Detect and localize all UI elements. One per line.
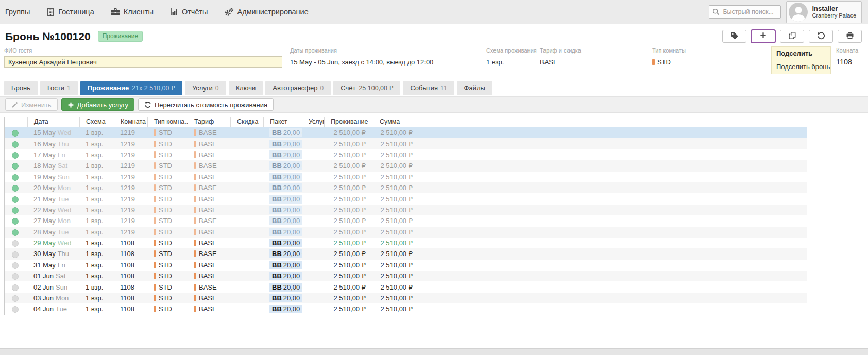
- copy-button[interactable]: [780, 30, 804, 43]
- tab-services[interactable]: Услуги0: [185, 81, 226, 95]
- package-amount: 20,00 ₽: [283, 206, 302, 214]
- table-row[interactable]: 22 MayWed1 взр.1219STDBASEBB20,00 ₽2 510…: [5, 205, 807, 215]
- package-chip: BB20,00 ₽: [269, 128, 302, 137]
- table-row[interactable]: 31 MayFri1 взр.1108STDBASEBB20,00 ₽2 510…: [5, 260, 807, 271]
- date-value: 22 May: [33, 206, 56, 214]
- date-value: 18 May: [33, 162, 56, 170]
- cell-dot: [5, 162, 27, 170]
- column-header-discount[interactable]: Скидка: [230, 117, 263, 127]
- column-header-price[interactable]: Проживание: [324, 117, 373, 127]
- table-row[interactable]: 19 MaySun1 взр.1219STDBASEBB20,00 ₽2 510…: [5, 172, 807, 182]
- column-header-scheme[interactable]: Схема: [79, 117, 114, 127]
- tab-keys[interactable]: Ключи: [229, 81, 263, 95]
- print-button[interactable]: [838, 30, 862, 43]
- tab-guests[interactable]: Гости1: [40, 81, 78, 95]
- column-header-total[interactable]: Сумма: [373, 117, 420, 127]
- date-value: 03 Jun: [33, 294, 54, 302]
- tariff-value: BASE: [199, 206, 217, 214]
- table-row[interactable]: 30 MayThu1 взр.1108STDBASEBB20,00 ₽2 510…: [5, 248, 807, 259]
- nav-item-admin[interactable]: Администрирование: [225, 8, 309, 16]
- tab-files[interactable]: Файлы: [457, 81, 492, 95]
- cell-dot: [5, 283, 27, 291]
- tab-invoice[interactable]: Счёт25 100,00 ₽: [333, 81, 400, 95]
- cell-scheme: 1 взр.: [79, 162, 114, 170]
- cell-package: BB20,00 ₽: [263, 239, 302, 247]
- package-code: BB: [272, 305, 282, 313]
- table-row[interactable]: 15 MayWed1 взр.1219STDBASEBB20,00 ₽2 510…: [5, 127, 807, 138]
- column-header-tariff[interactable]: Тариф: [188, 117, 230, 127]
- table-row[interactable]: 17 MayFri1 взр.1219STDBASEBB20,00 ₽2 510…: [5, 149, 807, 160]
- footer-bar: [0, 348, 868, 355]
- cell-price: 2 510,00 ₽: [324, 162, 373, 170]
- tag-button[interactable]: [722, 30, 746, 43]
- guest-name-field[interactable]: [4, 56, 282, 68]
- table-row[interactable]: 03 JunMon1 взр.1108STDBASEBB20,00 ₽2 510…: [5, 293, 807, 303]
- tariff-marker: [194, 151, 196, 158]
- nav-item-reports[interactable]: Отчёты: [170, 8, 208, 16]
- tariff-value: BASE: [199, 283, 217, 291]
- history-button[interactable]: [809, 30, 833, 43]
- weekday-value: Wed: [58, 239, 72, 247]
- table-row[interactable]: 20 MayMon1 взр.1219STDBASEBB20,00 ₽2 510…: [5, 182, 807, 193]
- package-chip: BB20,00 ₽: [269, 183, 302, 192]
- cell-room-type: STD: [147, 294, 188, 302]
- package-code: BB: [272, 206, 282, 214]
- guest-name-label: ФИО гостя: [4, 47, 282, 54]
- search-input[interactable]: [709, 5, 781, 19]
- add-service-button[interactable]: Добавить услугу: [61, 98, 134, 111]
- tab-events[interactable]: События11: [403, 81, 454, 95]
- tab-stay[interactable]: Проживание21x 2 510,00 ₽: [80, 81, 182, 95]
- status-dot-green-icon: [12, 185, 19, 192]
- column-header-room[interactable]: Комната: [114, 117, 147, 127]
- cell-package: BB20,00 ₽: [263, 128, 302, 137]
- column-header-services[interactable]: Услуги: [302, 117, 324, 127]
- cell-price: 2 510,00 ₽: [324, 140, 373, 148]
- package-code: BB: [272, 162, 282, 170]
- package-chip: BB20,00 ₽: [269, 294, 302, 302]
- table-row[interactable]: 16 MayThu1 взр.1219STDBASEBB20,00 ₽2 510…: [5, 138, 807, 149]
- table-row[interactable]: 28 MayTue1 взр.1219STDBASEBB20,00 ₽2 510…: [5, 227, 807, 238]
- table-row[interactable]: 04 JunTue1 взр.1108STDBASEBB20,00 ₽2 510…: [5, 303, 807, 314]
- share-booking-link[interactable]: Подселить бронь: [776, 60, 826, 71]
- add-button[interactable]: [751, 30, 775, 43]
- cell-room: 1219: [114, 140, 147, 148]
- package-code: BB: [272, 294, 282, 302]
- cell-package: BB20,00 ₽: [263, 294, 302, 302]
- cell-price: 2 510,00 ₽: [324, 283, 373, 291]
- package-code: BB: [272, 140, 282, 148]
- room-type-marker: [154, 196, 156, 202]
- share-link[interactable]: Подселить: [776, 49, 826, 60]
- column-header-package[interactable]: Пакет: [263, 117, 302, 127]
- date-value: 21 May: [33, 195, 56, 203]
- cell-scheme: 1 взр.: [79, 261, 114, 269]
- plus-icon: [67, 102, 74, 108]
- cell-dot: [5, 140, 27, 148]
- tariff-value: BASE: [199, 239, 217, 247]
- tab-booking[interactable]: Бронь: [4, 81, 38, 95]
- package-chip: BB20,00 ₽: [269, 173, 302, 181]
- tariff-marker: [194, 129, 196, 136]
- cell-date: 30 MayThu: [27, 250, 79, 258]
- cell-scheme: 1 взр.: [79, 217, 114, 225]
- cell-room-type: STD: [147, 217, 188, 225]
- table-row[interactable]: 18 MaySat1 взр.1219STDBASEBB20,00 ₽2 510…: [5, 160, 807, 171]
- room-type-value: STD: [159, 173, 172, 181]
- table-row[interactable]: 29 MayWed1 взр.1108STDBASEBB20,00 ₽2 510…: [5, 238, 807, 248]
- cell-price: 2 510,00 ₽: [324, 272, 373, 280]
- column-header-date[interactable]: Дата: [27, 117, 79, 127]
- column-header-room-type[interactable]: Тип комна...: [147, 117, 188, 127]
- table-row[interactable]: 02 JunSun1 взр.1108STDBASEBB20,00 ₽2 510…: [5, 281, 807, 292]
- table-row[interactable]: 27 MayMon1 взр.1219STDBASEBB20,00 ₽2 510…: [5, 215, 807, 226]
- edit-button[interactable]: Изменить: [5, 98, 58, 111]
- nav-item-clients[interactable]: Клиенты: [111, 8, 154, 16]
- table-row[interactable]: 21 MayTue1 взр.1219STDBASEBB20,00 ₽2 510…: [5, 193, 807, 204]
- nav-item-groups[interactable]: Группы: [5, 8, 30, 16]
- recalculate-button[interactable]: Пересчитать стоимость проживания: [138, 98, 274, 111]
- room-value: 1108: [836, 56, 858, 66]
- user-menu[interactable]: installer Cranberry Palace: [786, 1, 862, 23]
- nav-item-hotel[interactable]: Гостиница: [46, 8, 94, 16]
- room-type-marker: [154, 229, 156, 235]
- cell-price: 2 510,00 ₽: [324, 129, 373, 137]
- table-row[interactable]: 01 JunSat1 взр.1108STDBASEBB20,00 ₽2 510…: [5, 271, 807, 281]
- tab-transfer[interactable]: Автотрансфер0: [265, 81, 331, 95]
